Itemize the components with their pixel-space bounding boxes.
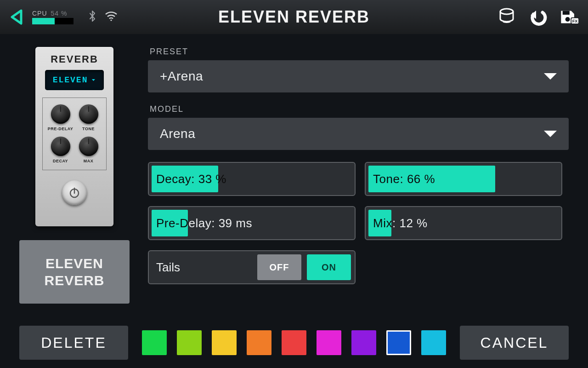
page-title: ELEVEN REVERB	[218, 7, 370, 27]
wifi-icon	[105, 11, 118, 23]
tails-on-button[interactable]: ON	[307, 254, 351, 280]
back-button[interactable]	[9, 9, 23, 25]
color-swatch-lime[interactable]	[177, 330, 202, 355]
effect-slot-label[interactable]: ELEVEN REVERB	[19, 240, 130, 304]
svg-point-1	[110, 19, 112, 21]
model-value: Arena	[160, 126, 195, 141]
svg-text:FX: FX	[572, 19, 578, 23]
bluetooth-icon	[88, 10, 96, 24]
model-section-label: MODEL	[150, 104, 569, 114]
chevron-down-icon: ▼	[90, 78, 96, 82]
save-fx-icon[interactable]: FX	[560, 7, 579, 27]
cpu-percent: 54 %	[51, 10, 68, 17]
svg-rect-4	[563, 11, 570, 15]
knob-tone	[79, 104, 98, 124]
pedal-lcd[interactable]: ELEVEN ▼	[45, 70, 104, 90]
preset-dropdown[interactable]: +Arena	[148, 60, 569, 92]
tails-off-button[interactable]: OFF	[257, 254, 301, 280]
decay-slider[interactable]: Decay: 33 %	[148, 162, 356, 196]
color-swatch-cyan[interactable]	[421, 330, 446, 355]
pedal-graphic: REVERB ELEVEN ▼ PRE-DELAY TONE DECAY MAX	[35, 47, 113, 226]
color-swatch-blue[interactable]	[386, 330, 411, 355]
cpu-label: CPU	[32, 10, 47, 17]
color-swatch-magenta[interactable]	[317, 330, 341, 355]
svg-marker-0	[12, 11, 21, 23]
knob-decay	[51, 137, 70, 156]
knob-predelay	[51, 104, 70, 124]
tone-slider[interactable]: Tone: 66 %	[365, 162, 562, 196]
svg-point-5	[565, 17, 570, 22]
undo-icon[interactable]	[528, 7, 548, 27]
color-swatch-green[interactable]	[142, 330, 167, 355]
delete-button[interactable]: DELETE	[19, 326, 128, 360]
model-dropdown[interactable]: Arena	[148, 118, 569, 150]
module-icon[interactable]	[497, 7, 516, 27]
chevron-down-icon	[544, 73, 557, 80]
pedal-power-button[interactable]	[62, 180, 87, 205]
tails-label: Tails	[156, 260, 252, 275]
tails-toggle: Tails OFF ON	[148, 250, 356, 284]
predelay-slider[interactable]: Pre-Delay: 39 ms	[148, 206, 356, 240]
svg-point-2	[500, 9, 513, 14]
preset-section-label: PRESET	[150, 47, 569, 57]
cpu-meter: CPU 54 %	[32, 10, 74, 24]
color-swatch-purple[interactable]	[351, 330, 376, 355]
color-swatch-orange[interactable]	[247, 330, 271, 355]
knob-max	[79, 137, 98, 156]
chevron-down-icon	[544, 131, 557, 137]
pedal-title: REVERB	[51, 53, 98, 65]
preset-value: +Arena	[160, 69, 203, 84]
color-swatch-red[interactable]	[282, 330, 306, 355]
cancel-button[interactable]: CANCEL	[460, 326, 569, 360]
mix-slider[interactable]: Mix: 12 %	[365, 206, 562, 240]
color-swatch-yellow[interactable]	[212, 330, 237, 355]
